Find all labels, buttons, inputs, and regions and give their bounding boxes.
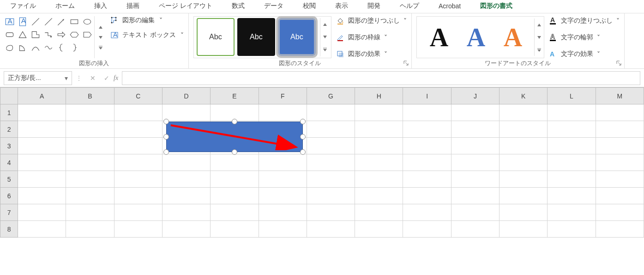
row-header[interactable]: 4 — [0, 154, 18, 171]
col-header[interactable]: D — [162, 88, 210, 104]
wordart-style-1[interactable]: A — [421, 24, 457, 50]
tab-file[interactable]: ファイル — [10, 2, 36, 10]
col-header[interactable]: C — [114, 88, 162, 104]
name-box[interactable]: 正方形/長... ▾ — [4, 71, 72, 85]
col-header[interactable]: E — [211, 88, 259, 104]
selected-shape-rectangle[interactable] — [163, 118, 307, 156]
resize-handle-s[interactable] — [232, 149, 237, 155]
chevron-down-icon[interactable]: ▾ — [65, 74, 68, 82]
row-header[interactable]: 3 — [0, 138, 18, 154]
col-header[interactable]: G — [307, 88, 355, 104]
row-header[interactable]: 2 — [0, 121, 18, 138]
shape-brace-l-icon[interactable] — [56, 43, 66, 53]
row-header[interactable]: 7 — [0, 204, 18, 221]
shape-quarter-icon[interactable] — [18, 43, 28, 53]
wordart-style-3[interactable]: A — [494, 24, 531, 50]
shape-arc-icon[interactable] — [30, 43, 41, 53]
shape-arrow-line-icon[interactable] — [56, 17, 66, 27]
shape-style-2[interactable]: Abc — [237, 18, 275, 56]
group-label-insert-shapes: 図形の挿入 — [0, 59, 188, 67]
shape-wave-icon[interactable] — [43, 43, 54, 53]
resize-handle-ne[interactable] — [300, 119, 306, 124]
shape-style-3-selected[interactable]: Abc — [278, 18, 316, 56]
col-header[interactable]: A — [18, 88, 66, 104]
edit-shape-icon — [110, 16, 119, 24]
enter-button[interactable]: ✓ — [100, 74, 114, 82]
resize-handle-nw[interactable] — [163, 119, 169, 124]
fx-label[interactable]: fx — [114, 74, 118, 82]
col-header[interactable]: L — [548, 88, 596, 104]
tab-review[interactable]: 校閲 — [303, 2, 316, 10]
shapes-scroll-up[interactable] — [96, 22, 105, 32]
shape-arrow-r-icon[interactable] — [56, 30, 66, 40]
shape-fill-button[interactable]: 図形の塗りつぶし ˅ — [336, 17, 407, 25]
shape-textbox-v-icon[interactable]: A — [18, 17, 28, 27]
col-header[interactable]: K — [500, 88, 548, 104]
col-header[interactable]: J — [451, 88, 499, 104]
shape-pentagon-icon[interactable] — [82, 30, 92, 40]
shape-corner-icon[interactable] — [30, 30, 41, 40]
shape-zigzag-icon[interactable] — [43, 30, 54, 40]
cancel-button[interactable]: ✕ — [86, 74, 100, 82]
shape-line2-icon[interactable] — [43, 17, 54, 27]
text-box-button[interactable]: A テキスト ボックス ˅ — [110, 31, 184, 39]
tab-formulas[interactable]: 数式 — [232, 2, 245, 10]
tab-insert[interactable]: 挿入 — [94, 2, 107, 10]
cells-table[interactable]: A B C D E F G H I J K L M 1 2 3 4 5 6 7 … — [0, 87, 644, 238]
shape-textbox-h-icon[interactable]: A — [5, 17, 15, 27]
wordart-expand[interactable] — [535, 43, 544, 56]
tab-help[interactable]: ヘルプ — [400, 2, 419, 10]
shapes-scroll-down[interactable] — [96, 32, 105, 43]
col-header[interactable]: I — [403, 88, 451, 104]
shape-body[interactable] — [166, 122, 303, 152]
shapes-expand[interactable] — [96, 43, 105, 53]
resize-handle-se[interactable] — [300, 149, 306, 155]
shape-line-icon[interactable] — [30, 17, 41, 27]
shape-hexagon-icon[interactable] — [69, 30, 79, 40]
resize-handle-w[interactable] — [163, 134, 169, 140]
tab-data[interactable]: データ — [264, 2, 283, 10]
col-header[interactable]: M — [596, 88, 644, 104]
shape-style-scroll-down[interactable] — [320, 31, 330, 43]
text-outline-button[interactable]: A 文字の輪郭 ˅ — [549, 33, 620, 42]
row-header[interactable]: 6 — [0, 188, 18, 204]
tab-developer[interactable]: 開発 — [367, 2, 380, 10]
wordart-scroll-down[interactable] — [535, 31, 544, 43]
wordart-style-2[interactable]: A — [457, 24, 494, 50]
tab-shape-format[interactable]: 図形の書式 — [480, 2, 512, 10]
formula-input[interactable] — [122, 71, 640, 85]
wordart-scroll-up[interactable] — [535, 18, 544, 31]
shape-brace-r-icon[interactable] — [69, 43, 79, 53]
shape-oval-icon[interactable] — [82, 17, 92, 27]
tab-view[interactable]: 表示 — [335, 2, 348, 10]
shape-styles-dialog-launcher[interactable] — [403, 60, 409, 67]
shape-style-expand[interactable] — [320, 43, 330, 55]
select-all-corner[interactable] — [0, 88, 18, 104]
edit-shape-button[interactable]: 図形の編集 ˅ — [110, 16, 184, 24]
col-header[interactable]: H — [355, 88, 403, 104]
col-header[interactable]: F — [259, 88, 307, 104]
shape-rect-icon[interactable] — [69, 17, 79, 27]
text-effects-button[interactable]: A 文字の効果 ˅ — [549, 50, 620, 58]
resize-handle-e[interactable] — [300, 134, 306, 140]
row-header[interactable]: 5 — [0, 171, 18, 188]
text-fill-button[interactable]: A 文字の塗りつぶし ˅ — [549, 17, 620, 25]
row-header[interactable]: 1 — [0, 104, 18, 121]
shape-outline-button[interactable]: 図形の枠線 ˅ — [336, 33, 407, 42]
shape-triangle-icon[interactable] — [18, 30, 28, 40]
tab-home[interactable]: ホーム — [55, 2, 75, 10]
shape-blob-icon[interactable] — [5, 43, 15, 53]
shape-effects-button[interactable]: 図形の効果 ˅ — [336, 50, 407, 58]
shape-style-1[interactable]: Abc — [197, 18, 235, 56]
resize-handle-n[interactable] — [232, 119, 237, 124]
shape-style-scroll-up[interactable] — [320, 18, 330, 31]
shapes-gallery[interactable]: A A — [5, 16, 92, 58]
row-header[interactable]: 8 — [0, 221, 18, 238]
col-header[interactable]: B — [66, 88, 114, 104]
wordart-dialog-launcher[interactable] — [616, 60, 622, 67]
tab-draw[interactable]: 描画 — [126, 2, 139, 10]
resize-handle-sw[interactable] — [163, 149, 169, 155]
tab-page-layout[interactable]: ページ レイアウト — [159, 2, 212, 10]
tab-acrobat[interactable]: Acrobat — [439, 2, 461, 10]
shape-roundrect-icon[interactable] — [5, 30, 15, 40]
